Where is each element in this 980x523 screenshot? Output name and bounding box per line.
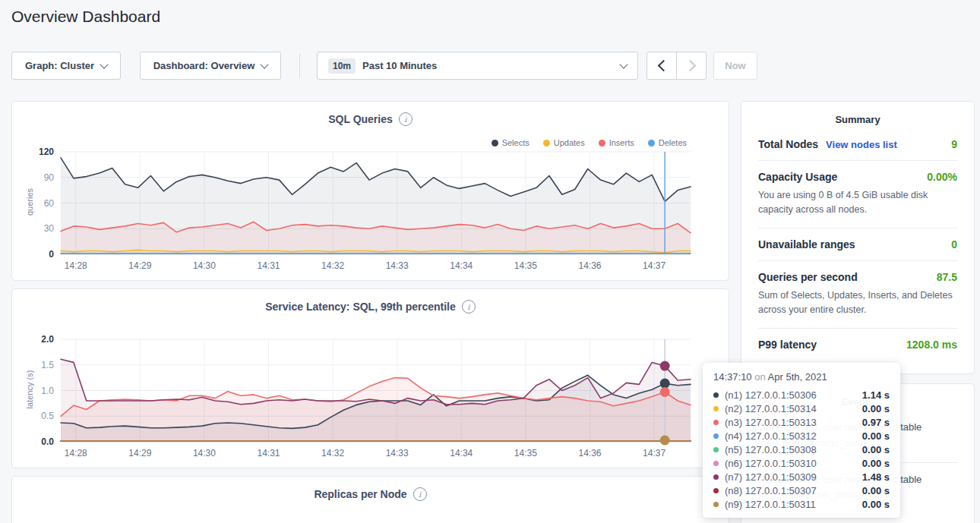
info-icon[interactable]: i xyxy=(462,300,476,313)
svg-text:14:32: 14:32 xyxy=(321,260,344,271)
tooltip-node: (n4) 127.0.0.1:50312 xyxy=(725,430,817,442)
series-dot-icon xyxy=(713,392,719,398)
qps-label: Queries per second xyxy=(758,271,858,283)
tooltip-row: (n2) 127.0.0.1:503140.00 s xyxy=(713,402,890,415)
replicas-card: Replicas per Node i xyxy=(11,476,729,523)
time-range-badge: 10m xyxy=(328,58,356,74)
view-nodes-list-link[interactable]: View nodes list xyxy=(826,139,897,150)
tooltip-node: (n1) 127.0.0.1:50306 xyxy=(725,389,817,401)
chevron-down-icon xyxy=(619,60,628,68)
tooltip-rows: (n1) 127.0.0.1:503061.14 s(n2) 127.0.0.1… xyxy=(713,388,890,511)
svg-text:14:28: 14:28 xyxy=(65,260,87,271)
svg-text:1.5: 1.5 xyxy=(41,360,54,370)
graph-dropdown-label: Graph: Cluster xyxy=(25,60,94,71)
tooltip-timestamp: 14:37:10 on Apr 5th, 2021 xyxy=(713,371,890,383)
now-button[interactable]: Now xyxy=(713,52,757,80)
tooltip-node: (n7) 127.0.0.1:50309 xyxy=(725,471,817,483)
chevron-down-icon xyxy=(100,60,108,68)
tooltip-value: 0.00 s xyxy=(862,430,890,442)
unavailable-label: Unavailable ranges xyxy=(758,238,855,250)
unavailable-value: 0 xyxy=(951,238,957,250)
summary-row-total-nodes: Total Nodes View nodes list 9 xyxy=(758,128,957,161)
replicas-title: Replicas per Node i xyxy=(12,487,729,501)
latency-title: Service Latency: SQL, 99th percentile i xyxy=(12,300,729,313)
qps-desc: Sum of Selects, Updates, Inserts, and De… xyxy=(758,288,957,318)
tooltip-value: 1.48 s xyxy=(862,471,890,483)
tooltip-value: 0.00 s xyxy=(862,485,890,496)
tooltip-row: (n7) 127.0.0.1:503091.48 s xyxy=(713,470,890,484)
svg-text:2.0: 2.0 xyxy=(41,334,54,345)
time-next-button[interactable] xyxy=(676,52,707,80)
dashboard-dropdown[interactable]: Dashboard: Overview xyxy=(140,52,281,80)
summary-row-qps: Queries per second 87.5 Sum of Selects, … xyxy=(758,261,957,329)
tooltip-node: (n2) 127.0.0.1:50314 xyxy=(725,403,817,414)
p99-label: P99 latency xyxy=(758,339,817,351)
svg-text:0: 0 xyxy=(49,249,54,260)
tooltip-row: (n6) 127.0.0.1:503100.00 s xyxy=(713,456,890,470)
tooltip-value: 0.00 s xyxy=(862,458,890,469)
svg-text:14:30: 14:30 xyxy=(193,260,216,271)
capacity-label: Capacity Usage xyxy=(758,171,837,183)
total-nodes-value: 9 xyxy=(951,138,957,150)
capacity-desc: You are using 0 B of 4.5 GiB usable disk… xyxy=(758,188,957,218)
capacity-value: 0.00% xyxy=(927,171,957,183)
time-range-label: Past 10 Minutes xyxy=(362,60,437,71)
svg-text:14:33: 14:33 xyxy=(386,448,409,458)
tooltip-value: 0.00 s xyxy=(862,444,890,455)
dashboard-dropdown-label: Dashboard: Overview xyxy=(153,60,255,71)
info-icon[interactable]: i xyxy=(399,112,413,126)
tooltip-value: 0.97 s xyxy=(862,417,890,428)
series-dot-icon xyxy=(713,420,719,425)
svg-text:14:29: 14:29 xyxy=(128,448,151,458)
svg-text:60: 60 xyxy=(44,198,55,209)
sql-queries-title: SQL Queries i xyxy=(12,112,729,126)
svg-text:14:37: 14:37 xyxy=(643,448,665,458)
tooltip-node: (n8) 127.0.0.1:50307 xyxy=(725,485,817,496)
sql-queries-chart[interactable]: 030609012014:2814:2914:3014:3114:3214:33… xyxy=(17,141,723,276)
svg-text:14:36: 14:36 xyxy=(578,260,601,271)
info-icon[interactable]: i xyxy=(413,487,427,501)
svg-text:0.5: 0.5 xyxy=(41,411,54,421)
tooltip-node: (n9) 127.0.0.1:50311 xyxy=(725,499,816,510)
tooltip-node: (n5) 127.0.0.1:50308 xyxy=(725,444,817,455)
svg-text:14:30: 14:30 xyxy=(193,448,216,458)
svg-text:14:31: 14:31 xyxy=(257,448,280,458)
series-dot-icon xyxy=(713,433,719,439)
time-prev-button[interactable] xyxy=(646,52,677,80)
sql-queries-card: SQL Queries i SelectsUpdatesInsertsDelet… xyxy=(11,101,729,281)
series-dot-icon xyxy=(713,447,719,452)
total-nodes-label: Total Nodes xyxy=(758,138,818,150)
svg-text:14:31: 14:31 xyxy=(257,260,280,271)
latency-chart[interactable]: 0.00.51.01.52.014:2814:2914:3014:3114:32… xyxy=(17,329,723,464)
svg-text:0.0: 0.0 xyxy=(41,436,54,447)
svg-text:14:28: 14:28 xyxy=(65,448,87,458)
svg-text:14:35: 14:35 xyxy=(514,448,537,458)
tooltip-node: (n6) 127.0.0.1:50310 xyxy=(725,458,817,469)
tooltip-value: 0.00 s xyxy=(862,499,890,510)
tooltip-row: (n8) 127.0.0.1:503070.00 s xyxy=(713,484,890,497)
p99-value: 1208.0 ms xyxy=(906,339,957,351)
toolbar-divider xyxy=(299,53,300,78)
series-dot-icon xyxy=(713,461,719,466)
tooltip-row: (n4) 127.0.0.1:503120.00 s xyxy=(713,429,890,443)
svg-text:30: 30 xyxy=(44,223,55,234)
chevron-down-icon xyxy=(261,60,269,68)
graph-dropdown[interactable]: Graph: Cluster xyxy=(11,52,121,80)
chevron-left-icon xyxy=(657,60,669,72)
tooltip-value: 1.14 s xyxy=(862,389,890,401)
tooltip-value: 0.00 s xyxy=(862,403,890,414)
series-dot-icon xyxy=(713,406,719,411)
svg-text:14:34: 14:34 xyxy=(450,448,473,458)
svg-text:90: 90 xyxy=(44,172,55,183)
svg-text:14:36: 14:36 xyxy=(578,448,601,458)
chart-hover-tooltip: 14:37:10 on Apr 5th, 2021 (n1) 127.0.0.1… xyxy=(703,363,900,518)
svg-text:14:29: 14:29 xyxy=(128,260,151,271)
svg-text:14:35: 14:35 xyxy=(514,260,537,271)
qps-value: 87.5 xyxy=(937,271,957,283)
time-range-selector[interactable]: 10m Past 10 Minutes xyxy=(317,52,638,80)
svg-text:1.0: 1.0 xyxy=(41,386,54,396)
page-title: Overview Dashboard xyxy=(11,8,160,26)
svg-text:14:32: 14:32 xyxy=(321,448,344,458)
latency-card: Service Latency: SQL, 99th percentile i … xyxy=(11,288,729,468)
summary-row-capacity: Capacity Usage 0.00% You are using 0 B o… xyxy=(758,161,957,228)
